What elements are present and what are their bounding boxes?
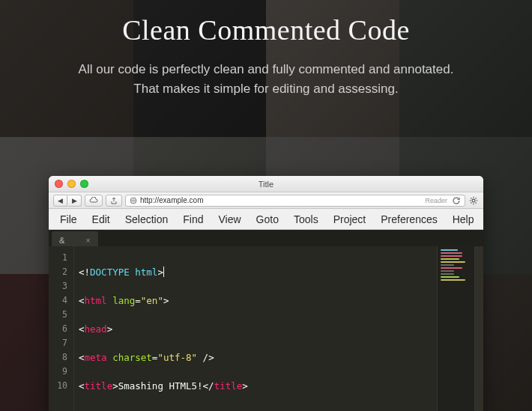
globe-icon	[130, 197, 137, 204]
cloud-icon	[89, 197, 98, 204]
address-url: http://example.com	[140, 196, 203, 204]
line-number: 8	[49, 350, 67, 365]
section-subheading: All our code is perfectly clean and full…	[0, 60, 532, 100]
share-button[interactable]	[106, 195, 122, 207]
text-caret	[163, 267, 164, 277]
menu-help[interactable]: Help	[446, 210, 481, 228]
browser-toolbar: ◀ ▶ http://example.com Reader	[49, 192, 483, 209]
line-number: 5	[49, 308, 67, 322]
line-number: 6	[49, 322, 67, 336]
tab-strip: & ×	[49, 230, 483, 246]
share-icon	[110, 197, 118, 204]
reader-label[interactable]: Reader	[425, 197, 449, 204]
subheading-line-1: All our code is perfectly clean and full…	[79, 62, 454, 76]
menu-find[interactable]: Find	[176, 210, 210, 228]
window-title: Title	[259, 180, 273, 189]
menu-edit[interactable]: Edit	[85, 210, 117, 228]
editor-menubar: File Edit Selection Find View Goto Tools…	[49, 209, 483, 230]
settings-icon[interactable]	[468, 195, 479, 206]
window-titlebar: Title	[49, 176, 483, 192]
address-bar[interactable]: http://example.com Reader	[125, 195, 465, 207]
nav-back-button[interactable]: ◀	[53, 195, 67, 207]
active-tab[interactable]: & ×	[52, 231, 98, 246]
line-number: 7	[49, 336, 67, 350]
code-editor[interactable]: 1 2 3 4 5 6 7 8 9 10 <!DOCTYPE html> <ht…	[49, 246, 483, 411]
menu-file[interactable]: File	[53, 210, 84, 228]
line-number: 3	[49, 279, 67, 293]
line-number-gutter: 1 2 3 4 5 6 7 8 9 10	[49, 246, 74, 411]
section-heading: Clean Commented Code	[0, 13, 532, 46]
vertical-scrollbar[interactable]	[474, 246, 483, 411]
svg-point-1	[472, 199, 475, 202]
nav-back-forward-group: ◀ ▶	[53, 195, 82, 207]
line-number: 1	[49, 251, 67, 265]
window-maximize-icon[interactable]	[80, 180, 88, 188]
cloud-button[interactable]	[85, 195, 103, 207]
tab-close-icon[interactable]: ×	[85, 236, 90, 245]
window-minimize-icon[interactable]	[67, 180, 76, 188]
window-close-icon[interactable]	[55, 180, 63, 188]
menu-project[interactable]: Project	[327, 210, 373, 228]
menu-tools[interactable]: Tools	[287, 210, 325, 228]
line-number: 2	[49, 265, 67, 279]
menu-view[interactable]: View	[212, 210, 248, 228]
menu-preferences[interactable]: Preferences	[374, 210, 444, 228]
window-traffic-lights	[55, 180, 88, 188]
line-number: 10	[49, 379, 67, 393]
line-number: 4	[49, 293, 67, 308]
nav-forward-button[interactable]: ▶	[68, 195, 82, 207]
browser-window: Title ◀ ▶ http://example.com Reader	[49, 176, 483, 411]
menu-goto[interactable]: Goto	[250, 210, 285, 228]
code-area[interactable]: <!DOCTYPE html> <html lang="en"> <head> …	[74, 246, 437, 411]
subheading-line-2: That makes it simple for editing and ass…	[133, 82, 398, 96]
refresh-icon[interactable]	[452, 196, 461, 205]
tab-label: &	[59, 236, 64, 245]
menu-selection[interactable]: Selection	[118, 210, 175, 228]
minimap[interactable]	[437, 246, 474, 411]
line-number: 9	[49, 365, 67, 379]
